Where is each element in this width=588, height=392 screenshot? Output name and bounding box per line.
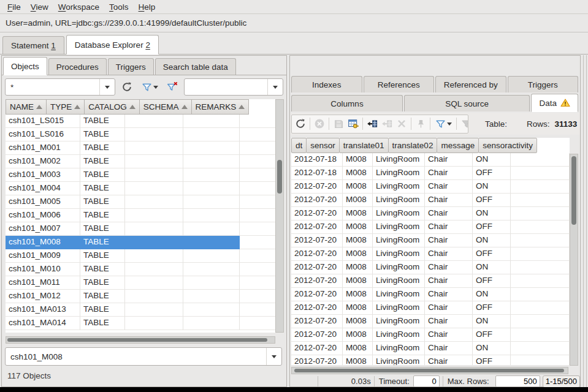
session-tab-bar: Statement 1 Database Explorer 2 (0, 32, 588, 55)
maxrows-input[interactable] (495, 375, 540, 387)
table-row[interactable]: 2012-07-20 M008 LivingRoom Chair ON (291, 207, 570, 221)
objects-vertical-scrollbar[interactable] (275, 99, 284, 333)
table-row[interactable]: csh101_M006 TABLE (6, 209, 275, 222)
menu-item[interactable]: Tools (104, 1, 134, 13)
detail-tab[interactable]: References (364, 76, 435, 92)
table-row[interactable]: csh101_M010 TABLE (6, 263, 275, 276)
column-header[interactable]: sensoractivity (478, 138, 537, 153)
rows-label: Rows: (527, 119, 550, 129)
table-row[interactable]: 2012-07-20 M008 LivingRoom Chair OFF (291, 221, 570, 234)
column-header[interactable]: translate01 (339, 138, 389, 153)
table-row[interactable]: csh101_MA013 TABLE (6, 303, 275, 317)
pin-rows-button[interactable] (413, 116, 428, 131)
table-row[interactable]: 2012-07-20 M008 LivingRoom Chair OFF (291, 194, 570, 207)
filter-data-button[interactable] (432, 116, 454, 131)
object-search-combo[interactable] (184, 78, 283, 96)
column-header[interactable]: message (437, 138, 479, 153)
column-header[interactable]: dt (291, 138, 307, 153)
table-row[interactable]: 2012-07-20 M008 LivingRoom Chair ON (291, 261, 570, 274)
cell-schema (183, 263, 240, 276)
clipped-filter-button[interactable] (459, 116, 468, 131)
explorer-tab[interactable]: Objects (3, 57, 47, 75)
table-row[interactable]: csh101_M004 TABLE (6, 182, 275, 195)
table-row[interactable]: csh101_LS015 TABLE (6, 115, 275, 128)
table-row[interactable]: 2012-07-20 M008 LivingRoom Chair OFF (291, 355, 570, 365)
refresh-icon (295, 118, 306, 129)
table-row[interactable]: csh101_M008 TABLE (6, 236, 275, 249)
insert-rows-button[interactable] (365, 116, 380, 131)
column-header[interactable]: translate02 (388, 138, 438, 153)
column-header[interactable]: SCHEMA (139, 99, 192, 115)
row-range-button[interactable]: 1-15/500 (543, 375, 580, 388)
explorer-tab[interactable]: Search table data (155, 58, 236, 75)
timeout-input[interactable] (413, 375, 440, 387)
selected-object-combo[interactable]: csh101_M008 (5, 347, 282, 366)
data-vertical-scrollbar[interactable] (570, 154, 578, 366)
column-header[interactable]: CATALOG (84, 99, 140, 115)
table-row[interactable]: 2012-07-20 M008 LivingRoom Chair ON (291, 288, 570, 301)
table-row[interactable]: 2012-07-20 M008 LivingRoom Chair ON (291, 342, 570, 355)
table-row[interactable]: csh101_M011 TABLE (6, 276, 275, 290)
edit-table-button[interactable] (346, 116, 361, 131)
detail-tab[interactable]: Triggers (508, 76, 579, 92)
table-row[interactable]: 2012-07-20 M008 LivingRoom Chair OFF (291, 247, 570, 261)
data-horizontal-scrollbar[interactable] (291, 367, 568, 374)
explorer-tab[interactable]: Procedures (48, 58, 107, 75)
table-row[interactable]: 2012-07-20 M008 LivingRoom Chair ON (291, 315, 570, 328)
detail-tab[interactable]: Data (531, 94, 578, 112)
explorer-tab[interactable]: Triggers (108, 58, 154, 75)
menu-item[interactable]: View (26, 1, 53, 13)
menu-item[interactable]: Help (134, 1, 161, 13)
column-header[interactable]: NAME (6, 99, 47, 115)
filter-icon (461, 119, 469, 129)
filter-objects-button[interactable] (139, 80, 161, 94)
scrollbar-thumb[interactable] (277, 160, 282, 194)
combo-dropdown-button[interactable] (99, 79, 115, 95)
detail-tab[interactable]: Referenced by (435, 76, 506, 92)
cell-message: ON (473, 180, 511, 194)
stop-button[interactable] (312, 116, 327, 131)
table-row[interactable]: 2012-07-18 M008 LivingRoom Chair ON (291, 153, 570, 167)
table-row[interactable]: 2012-07-20 M008 LivingRoom Chair OFF (291, 301, 570, 315)
delete-rows-button[interactable] (394, 116, 409, 131)
column-header[interactable]: REMARKS (191, 99, 250, 115)
scrollbar-thumb[interactable] (294, 369, 564, 372)
table-row[interactable]: 2012-07-20 M008 LivingRoom Chair ON (291, 180, 570, 194)
table-row[interactable]: csh101_M005 TABLE (6, 195, 275, 209)
table-row[interactable]: 2012-07-20 M008 LivingRoom Chair OFF (291, 274, 570, 288)
objects-horizontal-scrollbar[interactable] (6, 336, 275, 344)
table-row[interactable]: csh101_M002 TABLE (6, 155, 275, 168)
table-row[interactable]: csh101_M007 TABLE (6, 222, 275, 236)
cell-translate01: LivingRoom (373, 328, 425, 342)
table-row[interactable]: csh101_M012 TABLE (6, 290, 275, 303)
detail-tab[interactable]: Columns (291, 95, 403, 111)
tab-statement-1[interactable]: Statement 1 (2, 36, 64, 54)
clear-filter-button[interactable] (165, 80, 180, 94)
table-row[interactable]: csh101_M003 TABLE (6, 168, 275, 182)
table-row[interactable]: 2012-07-18 M008 LivingRoom Chair OFF (291, 167, 570, 180)
tab-database-explorer-2[interactable]: Database Explorer 2 (66, 35, 159, 55)
duplicate-row-button[interactable] (380, 116, 394, 131)
refresh-data-button[interactable] (293, 116, 308, 131)
table-row[interactable]: 2012-07-20 M008 LivingRoom Chair OFF (291, 328, 570, 342)
column-header[interactable]: sensor (306, 138, 340, 153)
table-row[interactable]: 2012-07-20 M008 LivingRoom Chair ON (291, 234, 570, 247)
combo-dropdown-button[interactable] (267, 79, 283, 95)
scrollbar-thumb[interactable] (571, 156, 576, 225)
table-row[interactable]: csh101_M001 TABLE (6, 141, 275, 155)
table-row[interactable]: csh101_M009 TABLE (6, 249, 275, 263)
save-button[interactable] (331, 116, 346, 131)
object-filter-combo[interactable]: * (5, 78, 115, 96)
cell-message: ON (473, 234, 511, 247)
menu-item[interactable]: Workspace (53, 1, 104, 13)
table-row[interactable]: csh101_MA014 TABLE (6, 317, 275, 330)
combo-dropdown-button[interactable] (266, 348, 281, 365)
menu-item[interactable]: File (2, 1, 26, 13)
cell-sensor: M008 (343, 221, 373, 234)
scrollbar-thumb[interactable] (7, 338, 267, 342)
column-header[interactable]: TYPE (46, 99, 85, 115)
detail-tab[interactable]: SQL source (404, 95, 530, 111)
detail-tab[interactable]: Indexes (291, 76, 362, 92)
table-row[interactable]: csh101_LS016 TABLE (6, 128, 275, 141)
refresh-objects-button[interactable] (120, 80, 134, 94)
